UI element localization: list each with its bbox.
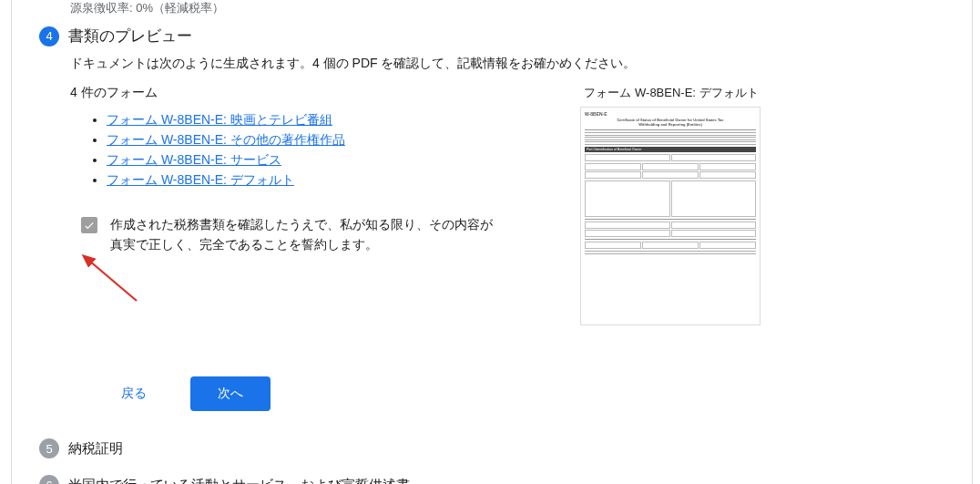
step-4-header: 4 書類のプレビュー bbox=[12, 16, 972, 54]
check-icon bbox=[83, 219, 96, 232]
preview-caption: フォーム W-8BEN-E: デフォルト bbox=[580, 85, 762, 101]
step-4-title: 書類のプレビュー bbox=[68, 26, 192, 46]
step-6-header[interactable]: 6 米国内で行っている活動とサービス、および宣誓供述書 bbox=[12, 466, 972, 484]
withholding-rate-line: 源泉徴収率: 0%（軽減税率） bbox=[12, 0, 972, 16]
form-link-other-copyright[interactable]: フォーム W-8BEN-E: その他の著作権作品 bbox=[107, 132, 345, 147]
step-5-header[interactable]: 5 納税証明 bbox=[12, 429, 972, 466]
step-5-badge: 5 bbox=[39, 438, 59, 458]
thumb-form-title: Certificate of Status of Beneficial Owne… bbox=[610, 118, 730, 128]
form-link-movies-tv[interactable]: フォーム W-8BEN-E: 映画とテレビ番組 bbox=[107, 112, 332, 127]
thumb-form-code: W-8BEN-E bbox=[585, 111, 607, 117]
step-5-title: 納税証明 bbox=[68, 440, 123, 458]
form-link-services[interactable]: フォーム W-8BEN-E: サービス bbox=[107, 152, 281, 167]
thumb-part-1-header: Part I Identification of Beneficial Owne… bbox=[585, 147, 756, 152]
confirm-text: 作成された税務書類を確認したうえで、私が知る限り、その内容が真実で正しく、完全で… bbox=[110, 214, 493, 255]
next-button[interactable]: 次へ bbox=[190, 376, 271, 411]
step-4-badge: 4 bbox=[39, 26, 59, 46]
step-6-badge: 6 bbox=[39, 475, 59, 484]
confirm-checkbox[interactable] bbox=[81, 217, 97, 233]
forms-list: フォーム W-8BEN-E: 映画とテレビ番組 フォーム W-8BEN-E: そ… bbox=[70, 112, 526, 189]
back-button[interactable]: 戻る bbox=[99, 376, 168, 411]
form-link-default[interactable]: フォーム W-8BEN-E: デフォルト bbox=[107, 172, 294, 187]
form-preview-thumbnail[interactable]: W-8BEN-E Certificate of Status of Benefi… bbox=[580, 107, 761, 325]
forms-count-label: 4 件のフォーム bbox=[70, 85, 526, 101]
step-6-title: 米国内で行っている活動とサービス、および宣誓供述書 bbox=[68, 477, 410, 485]
step-4-description: ドキュメントは次のように生成されます。4 個の PDF を確認して、記載情報をお… bbox=[12, 54, 972, 85]
